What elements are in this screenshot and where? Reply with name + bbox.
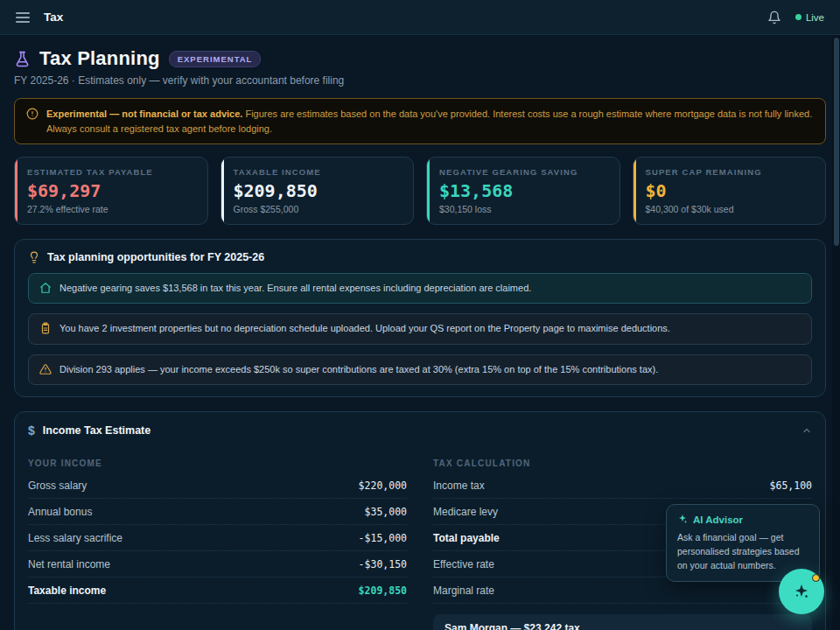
income-row: Gross salary $220,000 (28, 472, 407, 499)
stat-sub: Gross $255,000 (234, 204, 402, 214)
row-label: Taxable income (28, 584, 106, 597)
experimental-badge: EXPERIMENTAL (169, 51, 262, 67)
income-row-taxable-income: Taxable income $209,850 (28, 578, 407, 604)
stat-value: $0 (646, 180, 814, 201)
notification-dot-icon (812, 574, 820, 582)
row-label: Effective rate (433, 558, 494, 570)
row-label: Medicare levy (433, 506, 498, 518)
stat-card-tax-payable: ESTIMATED TAX PAYABLE $69,297 27.2% effe… (14, 157, 208, 225)
income-row: Less salary sacrifice -$15,000 (28, 525, 407, 551)
opportunity-item-negative-gearing: Negative gearing saves $13,568 in tax th… (28, 273, 812, 304)
dollar-icon: $ (28, 424, 35, 438)
sparkle-icon (791, 581, 812, 602)
opportunity-text: You have 2 investment properties but no … (60, 322, 670, 335)
row-value: -$30,150 (359, 558, 407, 570)
page-subtitle: FY 2025-26 · Estimates only — verify wit… (14, 74, 826, 87)
opportunity-text: Division 293 applies — your income excee… (60, 363, 658, 376)
alert-circle-icon (26, 108, 38, 120)
person-summary-line1: Sam Morgan — $23,242 tax (444, 622, 801, 630)
row-label: Marginal rate (433, 584, 494, 597)
bell-icon[interactable] (767, 10, 781, 24)
chevron-up-icon[interactable] (802, 425, 812, 436)
live-label: Live (806, 12, 824, 23)
row-value: $35,000 (365, 506, 407, 518)
topbar-title: Tax (44, 10, 63, 24)
tax-planning-page: Tax Live Tax Planning EXPERIMENTAL FY 20… (0, 0, 840, 630)
stat-label: ESTIMATED TAX PAYABLE (27, 167, 195, 177)
clipboard-icon (39, 322, 52, 334)
opportunity-item-division-293: Division 293 applies — your income excee… (28, 354, 812, 385)
stat-sub: 27.2% effective rate (27, 204, 195, 214)
disclaimer-banner: Experimental — not financial or tax advi… (14, 98, 826, 144)
income-row: Net rental income -$30,150 (28, 551, 407, 578)
ai-advisor-button[interactable] (779, 569, 824, 614)
income-heading: YOUR INCOME (28, 458, 407, 472)
page-title: Tax Planning (39, 47, 160, 70)
warning-icon (39, 363, 52, 375)
house-icon (39, 282, 52, 294)
stat-card-negative-gearing: NEGATIVE GEARING SAVING $13,568 $30,150 … (426, 157, 620, 225)
person-summary: Sam Morgan — $23,242 tax Household total… (433, 614, 812, 630)
calculation-heading: TAX CALCULATION (433, 458, 812, 472)
stat-card-taxable-income: TAXABLE INCOME $209,850 Gross $255,000 (220, 157, 415, 225)
opportunities-title: Tax planning opportunities for FY 2025-2… (47, 251, 264, 263)
lightbulb-icon (28, 251, 40, 263)
income-row: Annual bonus $35,000 (28, 499, 407, 525)
row-value: $220,000 (359, 480, 407, 492)
scrollbar[interactable] (834, 38, 839, 246)
opportunity-item-depreciation: You have 2 investment properties but no … (28, 313, 812, 344)
row-value: -$15,000 (359, 532, 407, 544)
row-label: Less salary sacrifice (28, 532, 122, 544)
estimate-title: Income Tax Estimate (43, 424, 150, 437)
stat-label: TAXABLE INCOME (234, 167, 402, 177)
stat-label: NEGATIVE GEARING SAVING (439, 167, 607, 177)
ai-advisor-title: AI Advisor (693, 514, 743, 525)
stat-cards: ESTIMATED TAX PAYABLE $69,297 27.2% effe… (14, 157, 826, 225)
flask-icon (14, 51, 31, 67)
disclaimer-bold: Experimental — not financial or tax advi… (46, 108, 242, 119)
stat-sub: $30,150 loss (439, 204, 607, 214)
menu-icon[interactable] (16, 12, 30, 23)
stat-value: $13,568 (439, 180, 607, 201)
stat-value: $69,297 (27, 180, 195, 201)
row-label: Net rental income (28, 558, 110, 570)
sparkles-icon (677, 514, 688, 526)
disclaimer-text: Experimental — not financial or tax advi… (46, 107, 814, 136)
income-column: YOUR INCOME Gross salary $220,000 Annual… (28, 458, 407, 630)
row-value: $65,100 (770, 480, 812, 492)
calculation-row: Income tax $65,100 (433, 472, 812, 499)
estimate-header[interactable]: $ Income Tax Estimate (28, 424, 812, 448)
stat-sub: $40,300 of $30k used (646, 204, 814, 214)
row-label: Annual bonus (28, 506, 92, 518)
opportunities-section: Tax planning opportunities for FY 2025-2… (14, 239, 826, 397)
ai-advisor-body: Ask a financial goal — get personalised … (677, 531, 808, 572)
opportunity-text: Negative gearing saves $13,568 in tax th… (60, 282, 531, 295)
row-label: Total payable (433, 532, 500, 544)
stat-card-super-cap: SUPER CAP REMAINING $0 $40,300 of $30k u… (633, 157, 827, 225)
row-value: $209,850 (359, 584, 407, 597)
row-label: Gross salary (28, 480, 87, 492)
live-status: Live (795, 12, 824, 23)
scrollbar-track (832, 36, 840, 630)
top-bar: Tax Live (0, 0, 840, 35)
stat-label: SUPER CAP REMAINING (646, 167, 814, 177)
stat-value: $209,850 (234, 180, 402, 201)
live-dot-icon (795, 14, 802, 20)
row-label: Income tax (433, 480, 485, 492)
